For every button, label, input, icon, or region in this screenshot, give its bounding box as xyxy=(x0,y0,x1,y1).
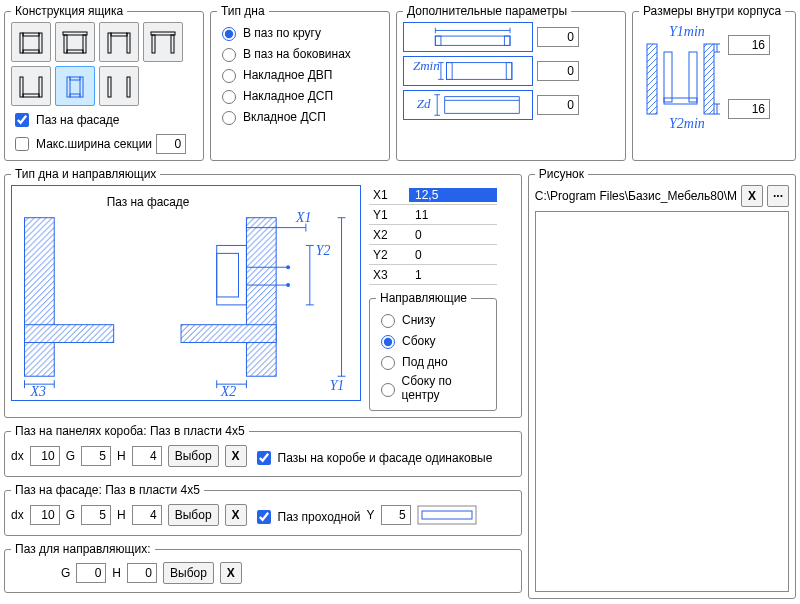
guide-radio-1[interactable] xyxy=(381,335,395,349)
picture-title: Рисунок xyxy=(535,167,588,181)
guides-g-input[interactable] xyxy=(76,563,106,583)
construction-icon-5[interactable] xyxy=(11,66,51,106)
param-x-diagram xyxy=(403,22,533,52)
fasade-x-button[interactable]: X xyxy=(225,504,247,526)
guides-title: Направляющие xyxy=(376,291,471,305)
svg-rect-38 xyxy=(664,98,697,104)
construction-icon-4[interactable] xyxy=(143,22,183,62)
param-zd-diagram: Zd xyxy=(403,90,533,120)
y2-label: Y2 xyxy=(369,248,409,262)
panels-x-button[interactable]: X xyxy=(225,445,247,467)
svg-rect-45 xyxy=(217,253,239,297)
bottom-label-2: Накладное ДВП xyxy=(243,68,332,82)
group-construction: Конструкция ящика Паз на фасаде Макс.шир… xyxy=(4,4,204,161)
svg-text:Zd: Zd xyxy=(417,96,431,111)
x3-value[interactable]: 1 xyxy=(409,268,497,282)
x1-value[interactable]: 12,5 xyxy=(409,188,497,202)
paz-panels-title: Паз на панелях короба: Паз в пласти 4x5 xyxy=(11,424,249,438)
svg-rect-20 xyxy=(70,77,80,80)
same-paz-label: Пазы на коробе и фасаде одинаковые xyxy=(278,451,493,465)
param-zmin-input[interactable] xyxy=(537,61,579,81)
guide-label-1: Сбоку xyxy=(402,334,436,348)
guides-x-button[interactable]: X xyxy=(220,562,242,584)
group-extra-title: Дополнительные параметры xyxy=(403,4,571,18)
picture-browse-button[interactable]: ··· xyxy=(767,185,789,207)
group-paz-panels: Паз на панелях короба: Паз в пласти 4x5 … xyxy=(4,424,522,477)
guide-radio-3[interactable] xyxy=(381,383,395,397)
group-body-size: Размеры внутри корпуса Y1min Y2min xyxy=(632,4,796,161)
svg-rect-23 xyxy=(127,77,130,97)
y1-value[interactable]: 11 xyxy=(409,208,497,222)
y1min-input[interactable] xyxy=(728,35,770,55)
guide-radio-2[interactable] xyxy=(381,356,395,370)
svg-rect-11 xyxy=(111,33,127,36)
fasade-g-input[interactable] xyxy=(81,505,111,525)
group-type-guides-title: Тип дна и направляющих xyxy=(11,167,160,181)
picture-x-button[interactable]: X xyxy=(741,185,763,207)
group-type-guides: Тип дна и направляющих Паз на фасаде xyxy=(4,167,522,418)
paz-fasade-group-title: Паз на фасаде: Паз в пласти 4x5 xyxy=(11,483,204,497)
fasade-dx-input[interactable] xyxy=(30,505,60,525)
construction-icon-1[interactable] xyxy=(11,22,51,62)
group-bottom-type: Тип дна В паз по кругу В паз на боковина… xyxy=(210,4,390,161)
svg-rect-53 xyxy=(418,506,476,524)
svg-rect-4 xyxy=(23,33,39,36)
svg-text:X3: X3 xyxy=(29,384,45,399)
through-label: Паз проходной xyxy=(278,510,361,524)
panels-dx-input[interactable] xyxy=(30,446,60,466)
bottom-label-0: В паз по кругу xyxy=(243,26,321,40)
max-width-input[interactable] xyxy=(156,134,186,154)
max-width-row: Макс.ширина секции xyxy=(11,134,197,154)
svg-rect-44 xyxy=(217,245,247,304)
fasade-choose-button[interactable]: Выбор xyxy=(168,504,219,526)
construction-icon-2[interactable] xyxy=(55,22,95,62)
dx-label: dx xyxy=(11,449,24,463)
param-zd-input[interactable] xyxy=(537,95,579,115)
svg-text:X1: X1 xyxy=(295,210,311,225)
group-bottom-type-title: Тип дна xyxy=(217,4,269,18)
svg-point-47 xyxy=(286,283,290,287)
through-checkbox[interactable] xyxy=(257,510,271,524)
svg-rect-21 xyxy=(70,94,80,97)
bottom-radio-2[interactable] xyxy=(222,69,236,83)
picture-path: C:\Program Files\Базис_Мебель80\М xyxy=(535,189,737,203)
h-label: H xyxy=(117,449,126,463)
same-paz-checkbox[interactable] xyxy=(257,451,271,465)
construction-icons xyxy=(11,22,197,106)
bottom-radio-0[interactable] xyxy=(222,27,236,41)
svg-rect-26 xyxy=(504,36,510,45)
xy-table: X112,5 Y111 X20 Y20 X31 xyxy=(369,185,497,285)
construction-icon-6[interactable] xyxy=(55,66,95,106)
group-paz-guides: Паз для направляющих: G H Выбор X xyxy=(4,542,522,593)
bottom-radio-4[interactable] xyxy=(222,111,236,125)
body-size-diagram: Y1min Y2min xyxy=(639,22,724,132)
y2-value[interactable]: 0 xyxy=(409,248,497,262)
paz-fasade-checkbox[interactable] xyxy=(15,113,29,127)
param-x-input[interactable] xyxy=(537,27,579,47)
svg-rect-8 xyxy=(67,50,83,53)
y2min-input[interactable] xyxy=(728,99,770,119)
svg-rect-30 xyxy=(506,63,512,80)
guides-h-input[interactable] xyxy=(127,563,157,583)
svg-rect-22 xyxy=(108,77,111,97)
guide-radio-0[interactable] xyxy=(381,314,395,328)
guides-choose-button[interactable]: Выбор xyxy=(163,562,214,584)
construction-icon-3[interactable] xyxy=(99,22,139,62)
max-width-checkbox[interactable] xyxy=(15,137,29,151)
panels-h-input[interactable] xyxy=(132,446,162,466)
fasade-h-input[interactable] xyxy=(132,505,162,525)
bottom-radio-1[interactable] xyxy=(222,48,236,62)
construction-icon-7[interactable] xyxy=(99,66,139,106)
svg-text:Паз на фасаде: Паз на фасаде xyxy=(107,195,190,209)
group-construction-title: Конструкция ящика xyxy=(11,4,127,18)
fasade-y-input[interactable] xyxy=(381,505,411,525)
paz-guides-title: Паз для направляющих: xyxy=(11,542,155,556)
svg-rect-36 xyxy=(664,52,672,102)
bottom-radio-3[interactable] xyxy=(222,90,236,104)
panels-choose-button[interactable]: Выбор xyxy=(168,445,219,467)
x2-value[interactable]: 0 xyxy=(409,228,497,242)
bottom-label-3: Накладное ДСП xyxy=(243,89,333,103)
svg-rect-43 xyxy=(181,325,276,343)
group-body-title: Размеры внутри корпуса xyxy=(639,4,785,18)
panels-g-input[interactable] xyxy=(81,446,111,466)
